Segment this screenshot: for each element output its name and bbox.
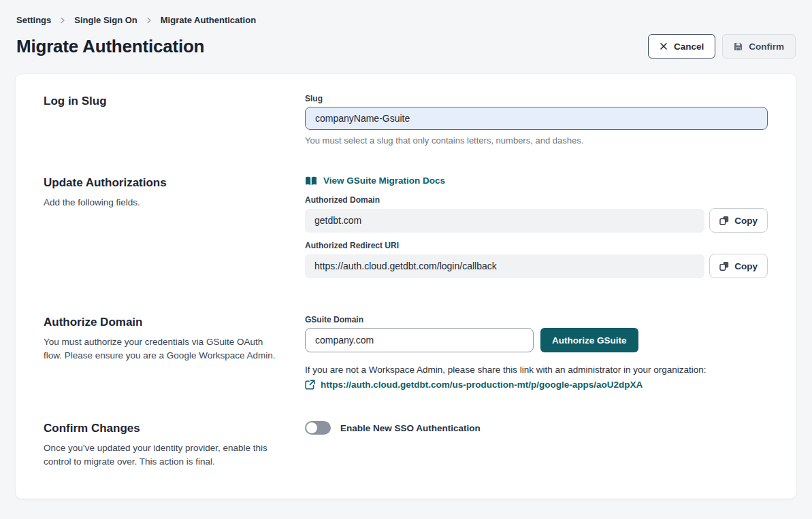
- authorized-redirect-uri-group: Authorized Redirect URI https://auth.clo…: [305, 241, 768, 278]
- section-confirm-changes: Confirm Changes Once you’ve updated your…: [44, 421, 768, 469]
- section-heading: Authorize Domain: [44, 315, 305, 330]
- gsuite-migration-docs-link-label: View GSuite Migration Docs: [323, 175, 445, 186]
- breadcrumb: Settings Single Sign On Migrate Authenti…: [16, 15, 796, 25]
- copy-redirect-uri-button[interactable]: Copy: [709, 254, 768, 278]
- authorized-redirect-uri-value: https://auth.cloud.getdbt.com/login/call…: [305, 254, 704, 278]
- admin-share-link[interactable]: https://auth.cloud.getdbt.com/us-product…: [321, 380, 643, 390]
- confirm-button[interactable]: Confirm: [722, 34, 796, 58]
- admin-link-row: https://auth.cloud.getdbt.com/us-product…: [305, 380, 768, 390]
- section-login-slug-right: Slug You must select a slug that only co…: [305, 94, 768, 146]
- gsuite-migration-docs-link[interactable]: View GSuite Migration Docs: [305, 175, 445, 186]
- section-description: Once you’ve updated your identity provid…: [44, 441, 282, 469]
- authorized-domain-group: Authorized Domain getdbt.com Copy: [305, 195, 768, 233]
- chevron-right-icon: [59, 17, 66, 24]
- section-update-authorizations-left: Update Authorizations Add the following …: [44, 175, 305, 278]
- chevron-right-icon: [146, 17, 152, 24]
- section-update-authorizations: Update Authorizations Add the following …: [44, 175, 768, 278]
- section-login-slug: Log in Slug Slug You must select a slug …: [44, 94, 768, 146]
- settings-card: Log in Slug Slug You must select a slug …: [15, 73, 797, 499]
- section-authorize-domain: Authorize Domain You must authorize your…: [44, 315, 768, 390]
- gsuite-domain-input[interactable]: [305, 328, 534, 352]
- book-icon: [305, 176, 317, 186]
- copy-button-label: Copy: [734, 216, 758, 226]
- authorized-domain-value: getdbt.com: [305, 209, 704, 233]
- save-icon: [734, 42, 743, 51]
- breadcrumb-item-settings[interactable]: Settings: [16, 15, 51, 25]
- section-update-authorizations-right: View GSuite Migration Docs Authorized Do…: [305, 175, 768, 278]
- breadcrumb-item-migrate-authentication: Migrate Authentication: [161, 15, 256, 25]
- section-heading: Update Authorizations: [44, 175, 305, 190]
- page-title: Migrate Authentication: [16, 36, 204, 57]
- cancel-button-label: Cancel: [674, 41, 704, 52]
- header-actions: Cancel Confirm: [648, 34, 796, 58]
- copy-authorized-domain-button[interactable]: Copy: [709, 208, 768, 233]
- sso-toggle-label: Enable New SSO Authentication: [340, 423, 481, 433]
- enable-sso-toggle[interactable]: [305, 421, 331, 435]
- section-confirm-changes-left: Confirm Changes Once you’ve updated your…: [44, 421, 305, 469]
- section-description: Add the following fields.: [44, 196, 282, 210]
- confirm-button-label: Confirm: [749, 41, 784, 52]
- slug-field-label: Slug: [305, 94, 768, 103]
- workspace-admin-note: If you are not a Workspace Admin, please…: [305, 363, 768, 376]
- authorized-domain-label: Authorized Domain: [305, 195, 768, 205]
- sso-toggle-row: Enable New SSO Authentication: [305, 421, 768, 435]
- section-authorize-domain-left: Authorize Domain You must authorize your…: [44, 315, 305, 390]
- section-confirm-changes-right: Enable New SSO Authentication: [305, 421, 768, 469]
- authorized-redirect-uri-label: Authorized Redirect URI: [305, 241, 768, 250]
- section-authorize-domain-right: GSuite Domain Authorize GSuite If you ar…: [305, 315, 768, 390]
- toggle-knob: [306, 422, 317, 433]
- section-heading: Log in Slug: [44, 94, 305, 109]
- slug-input[interactable]: [305, 107, 768, 130]
- section-description: You must authorize your credentials via …: [44, 335, 282, 363]
- copy-icon: [719, 216, 729, 226]
- cancel-button[interactable]: Cancel: [648, 34, 715, 58]
- page-header: Settings Single Sign On Migrate Authenti…: [0, 0, 812, 58]
- section-login-slug-left: Log in Slug: [44, 94, 305, 146]
- breadcrumb-item-single-sign-on[interactable]: Single Sign On: [74, 15, 137, 25]
- gsuite-domain-row: Authorize GSuite: [305, 328, 768, 352]
- authorize-gsuite-button[interactable]: Authorize GSuite: [540, 328, 638, 352]
- title-row: Migrate Authentication Cancel: [16, 34, 796, 58]
- gsuite-domain-label: GSuite Domain: [305, 315, 768, 324]
- slug-helper-text: You must select a slug that only contain…: [305, 135, 768, 146]
- authorized-domain-row: getdbt.com Copy: [305, 208, 768, 233]
- section-heading: Confirm Changes: [44, 421, 305, 436]
- copy-button-label: Copy: [734, 261, 758, 271]
- migrate-authentication-page: Settings Single Sign On Migrate Authenti…: [0, 0, 812, 519]
- x-icon: [660, 42, 668, 50]
- authorized-redirect-uri-row: https://auth.cloud.getdbt.com/login/call…: [305, 254, 768, 278]
- external-link-icon: [305, 380, 315, 390]
- copy-icon: [719, 261, 729, 271]
